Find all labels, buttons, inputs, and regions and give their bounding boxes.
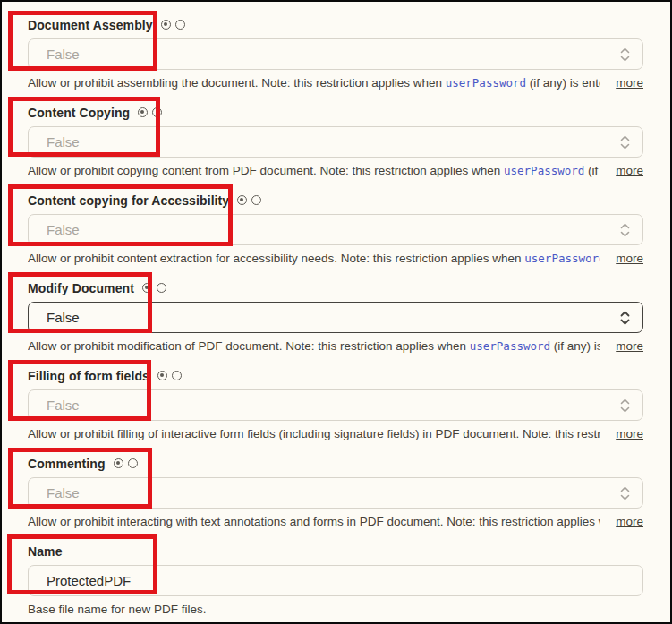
stepper-icon[interactable] bbox=[619, 397, 631, 414]
field-name: Name ProtectedPDF Base file name for new… bbox=[28, 543, 643, 617]
filling-form-fields-select[interactable]: False bbox=[28, 389, 643, 421]
stepper-icon[interactable] bbox=[619, 221, 631, 238]
field-modify-document: Modify Document False Allow or prohibit … bbox=[28, 280, 643, 354]
select-placeholder: False bbox=[47, 397, 80, 413]
stepper-icon[interactable] bbox=[619, 133, 631, 150]
field-content-copying: Content Copying False Allow or prohibit … bbox=[28, 105, 643, 178]
more-link[interactable]: more bbox=[616, 76, 643, 90]
stepper-icon[interactable] bbox=[619, 484, 631, 501]
radio-unselected-icon[interactable] bbox=[157, 283, 166, 293]
select-value: False bbox=[47, 310, 80, 325]
field-label: Filling of form fields bbox=[28, 369, 149, 383]
document-assembly-select[interactable]: False bbox=[28, 38, 643, 70]
more-link[interactable]: more bbox=[616, 252, 643, 265]
more-link[interactable]: more bbox=[616, 515, 643, 528]
content-copying-select[interactable]: False bbox=[28, 126, 643, 158]
form-content: Document Assembly False Allow or prohibi… bbox=[2, 2, 670, 617]
field-type-toggle bbox=[157, 371, 182, 380]
select-placeholder: False bbox=[47, 222, 80, 237]
user-password-code: userPassword bbox=[446, 76, 526, 90]
help-text: Base file name for new PDF files. bbox=[28, 603, 627, 616]
more-link[interactable]: more bbox=[616, 164, 643, 177]
user-password-code: userPassword bbox=[524, 252, 600, 265]
field-filling-form-fields: Filling of form fields False Allow or pr… bbox=[28, 368, 643, 441]
commenting-select[interactable]: False bbox=[28, 477, 643, 509]
field-type-toggle bbox=[142, 283, 166, 293]
field-content-copying-accessibility: Content copying for Accessibility False … bbox=[28, 192, 643, 266]
radio-selected-icon[interactable] bbox=[142, 283, 152, 293]
field-type-toggle bbox=[237, 195, 261, 205]
select-placeholder: False bbox=[47, 134, 80, 150]
help-text: Allow or prohibit copying content from P… bbox=[28, 164, 600, 177]
field-label: Modify Document bbox=[28, 281, 134, 295]
radio-unselected-icon[interactable] bbox=[172, 371, 182, 380]
stepper-icon[interactable] bbox=[619, 46, 631, 63]
radio-selected-icon[interactable] bbox=[114, 458, 123, 468]
select-placeholder: False bbox=[47, 47, 80, 62]
field-type-toggle bbox=[138, 107, 162, 117]
field-document-assembly: Document Assembly False Allow or prohibi… bbox=[28, 17, 643, 90]
radio-selected-icon[interactable] bbox=[138, 107, 148, 117]
field-label: Content Copying bbox=[28, 106, 130, 120]
user-password-code: userPassword bbox=[504, 164, 584, 177]
name-input[interactable]: ProtectedPDF bbox=[28, 565, 643, 596]
select-placeholder: False bbox=[47, 485, 80, 500]
radio-unselected-icon[interactable] bbox=[128, 458, 138, 468]
form-panel: Document Assembly False Allow or prohibi… bbox=[0, 0, 672, 624]
radio-unselected-icon[interactable] bbox=[251, 195, 261, 205]
help-text: Allow or prohibit interacting with text … bbox=[28, 515, 600, 528]
field-label: Content copying for Accessibility bbox=[28, 193, 229, 208]
field-type-toggle bbox=[114, 458, 138, 468]
field-label: Document Assembly bbox=[28, 18, 153, 32]
content-copying-accessibility-select[interactable]: False bbox=[28, 214, 643, 245]
radio-selected-icon[interactable] bbox=[161, 20, 171, 30]
field-commenting: Commenting False Allow or prohibit inter… bbox=[28, 456, 643, 529]
radio-selected-icon[interactable] bbox=[237, 195, 247, 205]
more-link[interactable]: more bbox=[616, 427, 643, 440]
input-value: ProtectedPDF bbox=[47, 573, 131, 588]
more-link[interactable]: more bbox=[616, 339, 643, 353]
help-text: Allow or prohibit modification of PDF do… bbox=[28, 339, 600, 353]
help-text: Allow or prohibit content extraction for… bbox=[28, 252, 600, 265]
help-text: Allow or prohibit assembling the documen… bbox=[28, 76, 600, 90]
radio-unselected-icon[interactable] bbox=[152, 107, 162, 117]
user-password-code: userPassword bbox=[470, 339, 550, 353]
radio-selected-icon[interactable] bbox=[157, 371, 167, 380]
field-label: Name bbox=[28, 544, 63, 559]
field-label: Commenting bbox=[28, 457, 106, 471]
radio-unselected-icon[interactable] bbox=[175, 20, 185, 30]
stepper-icon[interactable] bbox=[619, 309, 631, 326]
modify-document-select[interactable]: False bbox=[28, 302, 643, 333]
help-text: Allow or prohibit filling of interactive… bbox=[28, 427, 600, 440]
field-type-toggle bbox=[161, 20, 185, 30]
